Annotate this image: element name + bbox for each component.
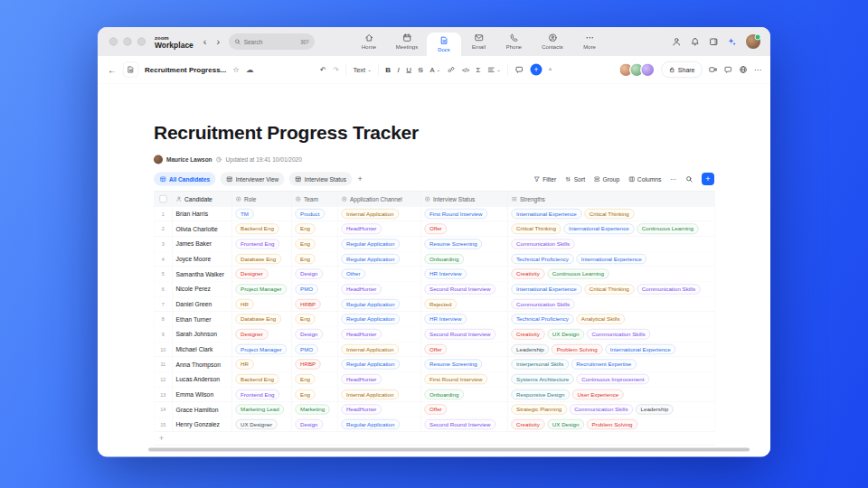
bold-button[interactable]: B (385, 66, 391, 74)
table-row[interactable]: 14Grace HamiltonMarketing LeadMarketingH… (155, 402, 715, 418)
tag-pill[interactable]: TM (236, 209, 254, 219)
role-cell[interactable]: HR (232, 357, 292, 371)
font-color-button[interactable]: A ⌄ (429, 66, 440, 74)
strengths-cell[interactable]: International ExperienceCritical Thinkin… (508, 282, 715, 296)
strengths-cell[interactable]: CreativityContinuous Learning (508, 267, 715, 281)
tag-pill[interactable]: Database Eng (236, 254, 281, 264)
collapse-toolbar-button[interactable]: ^ (549, 66, 552, 73)
team-cell[interactable]: HRBP (292, 357, 338, 371)
tag-pill[interactable]: Internal Application (342, 389, 399, 399)
tag-pill[interactable]: Design (296, 419, 323, 429)
tag-pill[interactable]: HeadHunter (342, 224, 382, 234)
interview-status-cell[interactable]: Offer (421, 342, 508, 356)
application-channel-cell[interactable]: Regular Application (338, 296, 421, 311)
strengths-cell[interactable]: CreativityUX DesignProblem Solving (508, 418, 715, 432)
tag-pill[interactable]: Offer (425, 344, 448, 354)
video-camera-icon[interactable] (709, 65, 718, 74)
role-cell[interactable]: Frontend Eng (232, 237, 292, 251)
tag-pill[interactable]: Regular Application (342, 299, 400, 309)
view-tab-all-candidates[interactable]: All Candidates (154, 173, 216, 186)
tag-pill[interactable]: Communication Skills (587, 329, 650, 339)
interview-status-cell[interactable]: Rejected (421, 296, 508, 311)
role-cell[interactable]: Marketing Lead (232, 402, 292, 417)
team-cell[interactable]: Eng (292, 251, 338, 266)
team-cell[interactable]: Product (292, 207, 338, 221)
tag-pill[interactable]: Internal Application (342, 209, 399, 219)
role-cell[interactable]: Frontend Eng (232, 387, 292, 401)
interview-status-cell[interactable]: Resume Screening (421, 237, 508, 251)
role-cell[interactable]: Database Eng (232, 312, 292, 326)
table-row[interactable]: 6Nicole PerezProject ManagerPMOHeadHunte… (155, 282, 715, 297)
tag-pill[interactable]: Onboarding (425, 389, 464, 399)
tag-pill[interactable]: Resume Screening (425, 239, 483, 249)
tag-pill[interactable]: Analytical Skills (576, 314, 625, 324)
align-dropdown[interactable]: ⌄ (487, 66, 501, 74)
tag-pill[interactable]: Eng (296, 224, 316, 234)
tag-pill[interactable]: Second Round Interview (425, 419, 496, 429)
candidate-name-cell[interactable]: Ethan Turner (173, 312, 232, 326)
notifications-bell-icon[interactable] (691, 37, 701, 47)
tag-pill[interactable]: Design (296, 269, 323, 279)
tag-pill[interactable]: Designer (236, 329, 269, 339)
candidate-name-cell[interactable]: Emma Wilson (173, 387, 232, 401)
application-channel-cell[interactable]: HeadHunter (338, 282, 421, 296)
tag-pill[interactable]: International Experience (563, 224, 634, 234)
tag-pill[interactable]: UX Design (547, 419, 584, 429)
application-channel-cell[interactable]: Regular Application (338, 312, 421, 326)
tag-pill[interactable]: HRBP (296, 360, 321, 370)
more-controls-button[interactable]: ⋯ (670, 175, 677, 183)
back-nav-button[interactable]: ‹ (203, 36, 207, 48)
interview-status-cell[interactable]: Onboarding (421, 251, 508, 266)
table-row[interactable]: 8Ethan TurnerDatabase EngEngRegular Appl… (155, 312, 715, 327)
team-cell[interactable]: Eng (292, 221, 338, 236)
tag-pill[interactable]: Critical Thinking (584, 284, 634, 294)
strengths-cell[interactable]: Critical ThinkingInternational Experienc… (508, 221, 715, 236)
interview-status-cell[interactable]: First Round Interview (421, 372, 508, 387)
tag-pill[interactable]: Offer (425, 404, 448, 414)
application-channel-cell[interactable]: HeadHunter (338, 402, 421, 417)
tag-pill[interactable]: Eng (296, 254, 316, 264)
tag-pill[interactable]: HeadHunter (342, 404, 382, 414)
tag-pill[interactable]: First Round Interview (425, 374, 488, 384)
tag-pill[interactable]: Backend Eng (236, 374, 279, 384)
tag-pill[interactable]: User Experience (572, 389, 624, 399)
tag-pill[interactable]: PMO (296, 284, 318, 294)
side-panel-icon[interactable] (709, 37, 719, 47)
role-cell[interactable]: HR (232, 296, 292, 311)
tag-pill[interactable]: Marketing Lead (236, 404, 285, 414)
column-header-role[interactable]: Role (232, 192, 292, 206)
add-record-button[interactable]: + (702, 173, 714, 185)
application-channel-cell[interactable]: Other (338, 267, 421, 281)
tag-pill[interactable]: HeadHunter (342, 284, 382, 294)
application-channel-cell[interactable]: HeadHunter (338, 327, 421, 342)
text-style-dropdown[interactable]: Text ⌄ (353, 66, 371, 74)
role-cell[interactable]: Backend Eng (232, 372, 292, 387)
undo-icon[interactable]: ↶ (320, 65, 326, 74)
strengths-cell[interactable]: Technical ProficiencyAnalytical Skills (508, 312, 715, 326)
global-search-input[interactable]: Search ⌘F (229, 33, 315, 50)
tag-pill[interactable]: International Experience (605, 344, 675, 354)
tag-pill[interactable]: Offer (425, 224, 448, 234)
tag-pill[interactable]: Project Manager (236, 284, 287, 294)
tab-meetings[interactable]: Meetings (387, 27, 427, 56)
zoom-window-button[interactable] (137, 38, 146, 46)
select-all-checkbox[interactable] (159, 195, 166, 202)
tag-pill[interactable]: International Experience (512, 209, 582, 219)
tab-home[interactable]: Home (351, 27, 387, 56)
more-options-button[interactable]: ⋯ (754, 65, 761, 74)
application-channel-cell[interactable]: Regular Application (338, 357, 421, 371)
application-channel-cell[interactable]: Internal Application (338, 342, 421, 356)
team-cell[interactable]: Eng (292, 312, 338, 326)
candidate-name-cell[interactable]: Joyce Moore (173, 251, 232, 266)
tag-pill[interactable]: Internal Application (342, 344, 399, 354)
role-cell[interactable]: Designer (232, 327, 292, 342)
table-row[interactable]: 13Emma WilsonFrontend EngEngInternal App… (155, 387, 715, 402)
column-header-interview-status[interactable]: Interview Status (421, 192, 508, 206)
group-control[interactable]: Group (594, 175, 620, 183)
strengths-cell[interactable]: Communication Skills (508, 237, 715, 251)
tag-pill[interactable]: Onboarding (425, 254, 464, 264)
tag-pill[interactable]: Interpersonal Skills (512, 360, 569, 370)
candidate-name-cell[interactable]: Daniel Green (173, 296, 232, 311)
tag-pill[interactable]: Recruitment Expertise (571, 360, 637, 370)
link-icon[interactable] (448, 66, 456, 74)
